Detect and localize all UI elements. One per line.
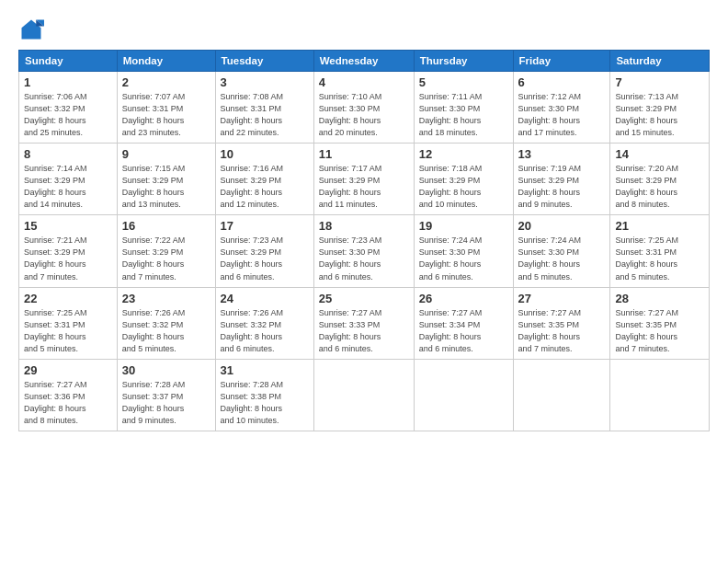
day-number: 12	[419, 147, 508, 161]
day-number: 26	[419, 292, 508, 305]
day-number: 29	[24, 363, 112, 377]
calendar-day-cell: 14Sunrise: 7:20 AM Sunset: 3:29 PM Dayli…	[610, 144, 710, 215]
calendar-day-cell: 1Sunrise: 7:06 AM Sunset: 3:32 PM Daylig…	[19, 72, 118, 144]
day-info: Sunrise: 7:08 AM Sunset: 3:31 PM Dayligh…	[221, 91, 309, 139]
day-info: Sunrise: 7:27 AM Sunset: 3:34 PM Dayligh…	[419, 307, 508, 355]
day-info: Sunrise: 7:12 AM Sunset: 3:30 PM Dayligh…	[518, 91, 606, 139]
day-number: 10	[221, 147, 309, 161]
calendar-day-cell: 3Sunrise: 7:08 AM Sunset: 3:31 PM Daylig…	[215, 72, 313, 144]
day-number: 13	[518, 147, 606, 161]
day-number: 18	[319, 219, 409, 233]
day-info: Sunrise: 7:21 AM Sunset: 3:29 PM Dayligh…	[24, 235, 112, 282]
calendar-day-cell: 5Sunrise: 7:11 AM Sunset: 3:30 PM Daylig…	[414, 72, 513, 144]
day-info: Sunrise: 7:23 AM Sunset: 3:29 PM Dayligh…	[221, 235, 309, 282]
day-info: Sunrise: 7:25 AM Sunset: 3:31 PM Dayligh…	[24, 307, 112, 355]
logo-icon	[18, 17, 44, 42]
calendar-day-cell: 22Sunrise: 7:25 AM Sunset: 3:31 PM Dayli…	[19, 287, 118, 359]
calendar-day-cell: 2Sunrise: 7:07 AM Sunset: 3:31 PM Daylig…	[117, 72, 215, 144]
day-info: Sunrise: 7:27 AM Sunset: 3:33 PM Dayligh…	[319, 307, 409, 355]
day-number: 21	[615, 219, 704, 233]
day-info: Sunrise: 7:23 AM Sunset: 3:30 PM Dayligh…	[319, 235, 409, 282]
day-number: 11	[319, 147, 409, 161]
day-number: 15	[24, 219, 112, 233]
day-number: 17	[221, 219, 309, 233]
day-info: Sunrise: 7:28 AM Sunset: 3:38 PM Dayligh…	[221, 379, 309, 427]
day-info: Sunrise: 7:14 AM Sunset: 3:29 PM Dayligh…	[24, 163, 112, 211]
calendar-empty-cell	[313, 359, 414, 431]
day-info: Sunrise: 7:20 AM Sunset: 3:29 PM Dayligh…	[615, 163, 704, 211]
calendar-day-cell: 4Sunrise: 7:10 AM Sunset: 3:30 PM Daylig…	[313, 72, 414, 144]
day-info: Sunrise: 7:07 AM Sunset: 3:31 PM Dayligh…	[122, 91, 210, 139]
calendar-day-cell: 24Sunrise: 7:26 AM Sunset: 3:32 PM Dayli…	[215, 287, 313, 359]
calendar-day-header: Saturday	[610, 51, 710, 72]
day-number: 23	[122, 292, 210, 305]
day-number: 28	[615, 292, 704, 305]
day-number: 8	[24, 147, 112, 161]
calendar-week-row: 22Sunrise: 7:25 AM Sunset: 3:31 PM Dayli…	[19, 287, 710, 359]
calendar-week-row: 29Sunrise: 7:27 AM Sunset: 3:36 PM Dayli…	[19, 359, 710, 431]
calendar-empty-cell	[610, 359, 710, 431]
calendar-day-cell: 21Sunrise: 7:25 AM Sunset: 3:31 PM Dayli…	[610, 215, 710, 287]
day-info: Sunrise: 7:16 AM Sunset: 3:29 PM Dayligh…	[221, 163, 309, 211]
calendar-day-cell: 6Sunrise: 7:12 AM Sunset: 3:30 PM Daylig…	[513, 72, 610, 144]
calendar-day-cell: 30Sunrise: 7:28 AM Sunset: 3:37 PM Dayli…	[117, 359, 215, 431]
calendar-empty-cell	[414, 359, 513, 431]
calendar-table: SundayMondayTuesdayWednesdayThursdayFrid…	[18, 50, 710, 431]
calendar-day-header: Thursday	[414, 51, 513, 72]
day-number: 9	[122, 147, 210, 161]
day-number: 2	[122, 75, 210, 89]
calendar-day-cell: 16Sunrise: 7:22 AM Sunset: 3:29 PM Dayli…	[117, 215, 215, 287]
calendar-day-cell: 19Sunrise: 7:24 AM Sunset: 3:30 PM Dayli…	[414, 215, 513, 287]
day-number: 24	[221, 292, 309, 305]
calendar-day-cell: 12Sunrise: 7:18 AM Sunset: 3:29 PM Dayli…	[414, 144, 513, 215]
calendar-day-header: Monday	[117, 51, 215, 72]
day-info: Sunrise: 7:13 AM Sunset: 3:29 PM Dayligh…	[615, 91, 704, 139]
header	[18, 17, 710, 42]
day-info: Sunrise: 7:06 AM Sunset: 3:32 PM Dayligh…	[24, 91, 112, 139]
calendar-day-cell: 9Sunrise: 7:15 AM Sunset: 3:29 PM Daylig…	[117, 144, 215, 215]
calendar-week-row: 8Sunrise: 7:14 AM Sunset: 3:29 PM Daylig…	[19, 144, 710, 215]
calendar-empty-cell	[513, 359, 610, 431]
day-info: Sunrise: 7:10 AM Sunset: 3:30 PM Dayligh…	[319, 91, 409, 139]
day-number: 30	[122, 363, 210, 377]
calendar-day-header: Tuesday	[215, 51, 313, 72]
day-info: Sunrise: 7:25 AM Sunset: 3:31 PM Dayligh…	[615, 235, 704, 282]
day-info: Sunrise: 7:11 AM Sunset: 3:30 PM Dayligh…	[419, 91, 508, 139]
day-number: 4	[319, 75, 409, 89]
calendar-day-cell: 25Sunrise: 7:27 AM Sunset: 3:33 PM Dayli…	[313, 287, 414, 359]
day-number: 3	[221, 75, 309, 89]
day-number: 20	[518, 219, 606, 233]
calendar-day-cell: 7Sunrise: 7:13 AM Sunset: 3:29 PM Daylig…	[610, 72, 710, 144]
day-info: Sunrise: 7:24 AM Sunset: 3:30 PM Dayligh…	[419, 235, 508, 282]
calendar-day-cell: 26Sunrise: 7:27 AM Sunset: 3:34 PM Dayli…	[414, 287, 513, 359]
calendar-day-cell: 15Sunrise: 7:21 AM Sunset: 3:29 PM Dayli…	[19, 215, 118, 287]
day-info: Sunrise: 7:19 AM Sunset: 3:29 PM Dayligh…	[518, 163, 606, 211]
day-info: Sunrise: 7:26 AM Sunset: 3:32 PM Dayligh…	[221, 307, 309, 355]
calendar-day-cell: 8Sunrise: 7:14 AM Sunset: 3:29 PM Daylig…	[19, 144, 118, 215]
calendar-day-cell: 23Sunrise: 7:26 AM Sunset: 3:32 PM Dayli…	[117, 287, 215, 359]
day-info: Sunrise: 7:24 AM Sunset: 3:30 PM Dayligh…	[518, 235, 606, 282]
calendar-day-cell: 17Sunrise: 7:23 AM Sunset: 3:29 PM Dayli…	[215, 215, 313, 287]
day-info: Sunrise: 7:27 AM Sunset: 3:35 PM Dayligh…	[615, 307, 704, 355]
day-info: Sunrise: 7:18 AM Sunset: 3:29 PM Dayligh…	[419, 163, 508, 211]
day-number: 5	[419, 75, 508, 89]
day-info: Sunrise: 7:15 AM Sunset: 3:29 PM Dayligh…	[122, 163, 210, 211]
calendar-day-cell: 29Sunrise: 7:27 AM Sunset: 3:36 PM Dayli…	[19, 359, 118, 431]
day-number: 7	[615, 75, 704, 89]
calendar-day-cell: 10Sunrise: 7:16 AM Sunset: 3:29 PM Dayli…	[215, 144, 313, 215]
day-info: Sunrise: 7:28 AM Sunset: 3:37 PM Dayligh…	[122, 379, 210, 427]
day-info: Sunrise: 7:27 AM Sunset: 3:36 PM Dayligh…	[24, 379, 112, 427]
calendar-day-cell: 18Sunrise: 7:23 AM Sunset: 3:30 PM Dayli…	[313, 215, 414, 287]
day-number: 27	[518, 292, 606, 305]
calendar-day-cell: 28Sunrise: 7:27 AM Sunset: 3:35 PM Dayli…	[610, 287, 710, 359]
day-number: 22	[24, 292, 112, 305]
day-number: 31	[221, 363, 309, 377]
day-info: Sunrise: 7:22 AM Sunset: 3:29 PM Dayligh…	[122, 235, 210, 282]
day-number: 19	[419, 219, 508, 233]
calendar-day-header: Wednesday	[313, 51, 414, 72]
calendar-day-cell: 13Sunrise: 7:19 AM Sunset: 3:29 PM Dayli…	[513, 144, 610, 215]
day-number: 6	[518, 75, 606, 89]
calendar-day-header: Sunday	[19, 51, 118, 72]
logo	[18, 17, 48, 42]
page: SundayMondayTuesdayWednesdayThursdayFrid…	[0, 0, 728, 563]
